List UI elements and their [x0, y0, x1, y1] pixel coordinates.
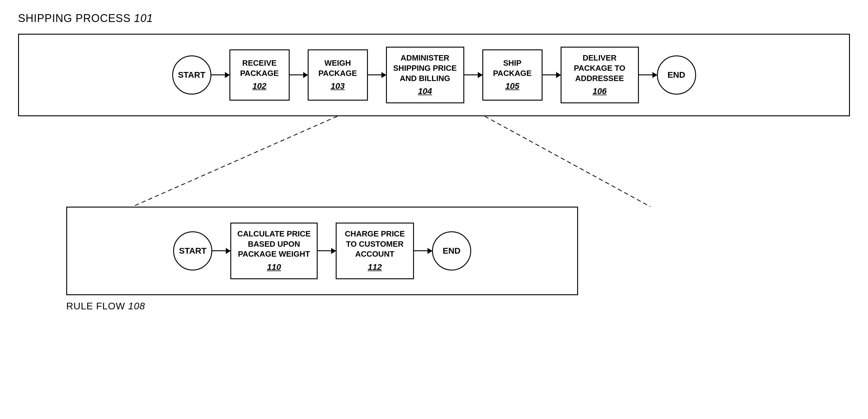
- weigh-package-text: WEIGHPACKAGE: [318, 58, 357, 79]
- bottom-flow-container: START CALCULATE PRICEBASED UPONPACKAGE W…: [66, 207, 578, 295]
- arrow-4: [464, 74, 482, 75]
- arrow-1: [211, 74, 229, 75]
- title-id: 101: [134, 12, 153, 24]
- rule-flow-label: RULE FLOW 108: [66, 301, 145, 312]
- weigh-package-id: 103: [331, 81, 345, 92]
- deliver-package-box: DELIVERPACKAGE TOADDRESSEE 106: [561, 47, 639, 103]
- top-start-label: START: [178, 70, 205, 80]
- bottom-flow-wrapper: START CALCULATE PRICEBASED UPONPACKAGE W…: [18, 207, 850, 312]
- receive-package-text: RECEIVEPACKAGE: [240, 58, 279, 79]
- ship-package-id: 105: [505, 81, 519, 92]
- top-flow-container: START RECEIVEPACKAGE 102 WEIGHPACKAGE 10…: [18, 34, 850, 116]
- calculate-price-box: CALCULATE PRICEBASED UPONPACKAGE WEIGHT …: [230, 222, 318, 279]
- charge-id: 112: [368, 262, 382, 273]
- svg-line-1: [485, 116, 650, 207]
- administer-id: 104: [418, 86, 432, 97]
- receive-package-box: RECEIVEPACKAGE 102: [229, 50, 290, 100]
- svg-line-0: [132, 116, 337, 207]
- ship-package-text: SHIPPACKAGE: [493, 58, 531, 79]
- top-end-label: END: [668, 70, 685, 80]
- receive-package-id: 102: [252, 81, 267, 92]
- arrow-3: [368, 74, 386, 75]
- arrow-5: [542, 74, 561, 75]
- dashed-connector: [18, 116, 850, 207]
- charge-text: CHARGE PRICETO CUSTOMERACCOUNT: [345, 229, 405, 259]
- bottom-start-label: START: [179, 246, 207, 256]
- deliver-id: 106: [592, 86, 607, 97]
- arrow-2: [290, 74, 308, 75]
- administer-shipping-box: ADMINISTERSHIPPING PRICEAND BILLING 104: [386, 47, 464, 103]
- ship-package-box: SHIPPACKAGE 105: [482, 50, 542, 100]
- administer-text: ADMINISTERSHIPPING PRICEAND BILLING: [393, 53, 457, 84]
- deliver-text: DELIVERPACKAGE TOADDRESSEE: [574, 53, 625, 84]
- charge-price-box: CHARGE PRICETO CUSTOMERACCOUNT 112: [336, 222, 414, 279]
- title-label: SHIPPING PROCESS: [18, 12, 131, 24]
- calculate-text: CALCULATE PRICEBASED UPONPACKAGE WEIGHT: [237, 229, 311, 259]
- rule-flow-id: 108: [128, 301, 145, 311]
- top-start-node: START: [172, 55, 211, 95]
- bottom-start-node: START: [173, 231, 212, 270]
- weigh-package-box: WEIGHPACKAGE 103: [308, 50, 368, 100]
- diagram-title: SHIPPING PROCESS 101: [18, 12, 850, 25]
- rule-flow-text: RULE FLOW: [66, 301, 125, 311]
- bottom-end-node: END: [432, 231, 471, 270]
- top-end-node: END: [657, 55, 696, 95]
- bottom-arrow-1: [212, 250, 230, 251]
- bottom-arrow-2: [318, 250, 336, 251]
- calculate-id: 110: [267, 262, 281, 273]
- bottom-arrow-3: [414, 250, 432, 251]
- bottom-end-label: END: [442, 246, 460, 256]
- arrow-6: [639, 74, 657, 75]
